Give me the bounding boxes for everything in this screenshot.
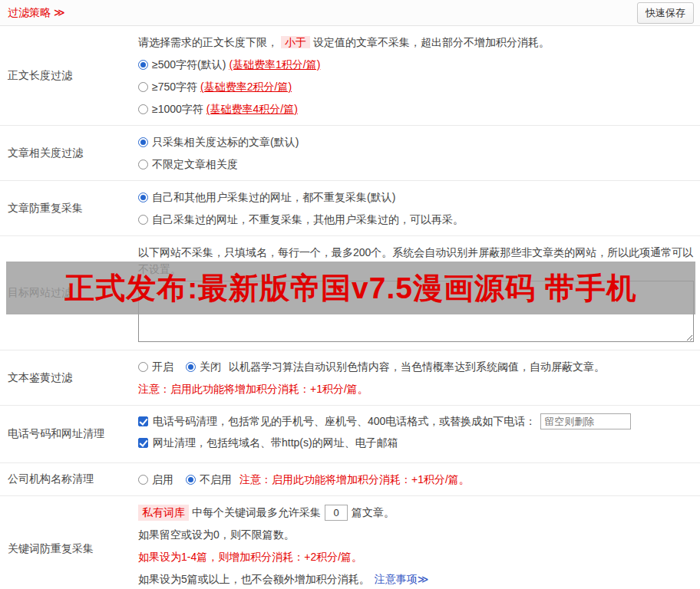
company-clean-cost-note: 注意：启用此功能将增加积分消耗：+1积分/篇。 [239,472,470,487]
radio-icon[interactable] [186,475,196,485]
radio-icon[interactable] [138,137,148,147]
porn-filter-desc: 以机器学习算法自动识别色情内容，当色情概率达到系统阈值，自动屏蔽文章。 [229,359,605,374]
row-label-content-length: 正文长度过滤 [0,26,132,125]
radio-icon[interactable] [138,215,148,225]
row-label-relevance: 文章相关度过滤 [0,126,132,180]
filter-strategy-title[interactable]: 过滤策略 ≫ [8,6,65,20]
option-label: 自己采集过的网址，不重复采集，其他用户采集过的，可以再采。 [152,212,464,227]
radio-option-relevance-any[interactable]: 不限定文章相关度 [138,156,694,172]
keyword-dedup-count-line: 私有词库 中每个关键词最多允许采集 篇文章。 [138,505,694,521]
row-label-porn-filter: 文本鉴黄过滤 [0,350,132,405]
option-label-off[interactable]: 关闭 [200,359,221,374]
count-line-text: 中每个关键词最多允许采集 [192,505,321,521]
intro-highlight: 小于 [281,36,310,48]
ad-banner-text: 正式发布:最新版帝国v7.5漫画源码 带手机 [64,268,637,309]
option-label: ≥750字符 [152,79,197,94]
option-label: 电话号码清理，包括常见的手机号、座机号、400电话格式，或替换成如下电话： [153,413,536,429]
checkbox-option-phone-clean[interactable]: 电话号码清理，包括常见的手机号、座机号、400电话格式，或替换成如下电话： [138,413,694,429]
option-label: 自己和其他用户采集过的网址，都不重复采集(默认) [152,189,395,205]
option-label-disable[interactable]: 不启用 [200,472,232,487]
row-content: 自己和其他用户采集过的网址，都不重复采集(默认) 自己采集过的网址，不重复采集，… [132,181,700,235]
keyword-dedup-note-cost: 如果设为1-4篇，则增加积分消耗：+2积分/篇。 [138,549,694,565]
content-length-intro: 请选择需求的正文长度下限，小于设定值的文章不采集，超出部分不增加积分消耗。 [138,35,694,50]
option-label-enable[interactable]: 启用 [152,472,173,487]
radio-icon[interactable] [138,104,148,114]
fee-note: (基础费率4积分/篇) [206,101,298,117]
radio-icon[interactable] [138,362,148,372]
row-content: 启用 不启用 注意：启用此功能将增加积分消耗：+1积分/篇。 [132,463,700,495]
radio-icon[interactable] [186,362,196,372]
radio-option-dedup-all-users[interactable]: 自己和其他用户采集过的网址，都不重复采集(默认) [138,189,694,205]
max-articles-input[interactable] [325,505,348,521]
option-label-on[interactable]: 开启 [152,359,173,374]
radio-icon[interactable] [138,82,148,92]
intro-text-post: 设定值的文章不采集，超出部分不增加积分消耗。 [313,36,550,48]
row-content: 私有词库 中每个关键词最多允许采集 篇文章。 如果留空或设为0，则不限篇数。 如… [132,496,700,589]
row-porn-filter: 文本鉴黄过滤 开启 关闭 以机器学习算法自动识别色情内容，当色情概率达到系统阈值… [0,350,700,406]
option-label: 网址清理，包括纯域名、带http(s)的网址、电子邮箱 [153,434,398,451]
row-content-length-filter: 正文长度过滤 请选择需求的正文长度下限，小于设定值的文章不采集，超出部分不增加积… [0,26,700,126]
note-free-text: 如果设为5篇或以上，也不会额外增加积分消耗。 [138,573,370,585]
row-content: 请选择需求的正文长度下限，小于设定值的文章不采集，超出部分不增加积分消耗。 ≥5… [132,26,700,125]
row-keyword-dedup: 关键词防重复采集 私有词库 中每个关键词最多允许采集 篇文章。 如果留空或设为0… [0,496,700,589]
option-label: ≥1000字符 [152,101,203,117]
private-lexicon-highlight: 私有词库 [138,505,189,521]
row-company-clean: 公司机构名称清理 启用 不启用 注意：启用此功能将增加积分消耗：+1积分/篇。 [0,463,700,496]
keyword-dedup-note-unlimited: 如果留空或设为0，则不限篇数。 [138,527,694,543]
option-label: 只采集相关度达标的文章(默认) [152,134,299,150]
radio-option-750-chars[interactable]: ≥750字符 (基础费率2积分/篇) [138,79,694,94]
radio-icon[interactable] [138,475,148,485]
option-label: 不限定文章相关度 [152,156,238,172]
checkbox-option-url-clean[interactable]: 网址清理，包括纯域名、带http(s)的网址、电子邮箱 [138,434,694,451]
radio-icon[interactable] [138,160,148,169]
row-phone-url-clean: 电话号码和网址清理 电话号码清理，包括常见的手机号、座机号、400电话格式，或替… [0,406,700,463]
row-content: 开启 关闭 以机器学习算法自动识别色情内容，当色情概率达到系统阈值，自动屏蔽文章… [132,350,700,405]
fee-note: (基础费率2积分/篇) [200,79,292,94]
porn-filter-options: 开启 关闭 以机器学习算法自动识别色情内容，当色情概率达到系统阈值，自动屏蔽文章… [138,359,694,374]
radio-icon[interactable] [138,60,148,70]
row-label-keyword-dedup: 关键词防重复采集 [0,496,132,589]
replacement-phone-input[interactable] [540,413,631,429]
row-relevance-filter: 文章相关度过滤 只采集相关度达标的文章(默认) 不限定文章相关度 [0,126,700,181]
page-header: 过滤策略 ≫ 快速保存 [0,0,700,26]
radio-option-1000-chars[interactable]: ≥1000字符 (基础费率4积分/篇) [138,101,694,117]
radio-icon[interactable] [138,192,148,202]
filter-strategy-page: 过滤策略 ≫ 快速保存 正文长度过滤 请选择需求的正文长度下限，小于设定值的文章… [0,0,700,589]
checkbox-icon[interactable] [138,438,148,448]
radio-option-relevance-strict[interactable]: 只采集相关度达标的文章(默认) [138,134,694,150]
radio-option-500-chars[interactable]: ≥500字符(默认) (基础费率1积分/篇) [138,57,694,72]
row-label-company-clean: 公司机构名称清理 [0,463,132,495]
row-url-dedup-filter: 文章防重复采集 自己和其他用户采集过的网址，都不重复采集(默认) 自己采集过的网… [0,181,700,236]
fee-note: (基础费率1积分/篇) [229,57,320,72]
count-line-suffix: 篇文章。 [352,505,395,521]
row-content: 只采集相关度达标的文章(默认) 不限定文章相关度 [132,126,700,180]
notice-link[interactable]: 注意事项≫ [375,573,429,585]
ad-overlay-banner[interactable]: 正式发布:最新版帝国v7.5漫画源码 带手机 [6,262,695,314]
radio-option-dedup-self-only[interactable]: 自己采集过的网址，不重复采集，其他用户采集过的，可以再采。 [138,212,694,227]
intro-text-pre: 请选择需求的正文长度下限， [138,36,278,48]
option-label: ≥500字符(默认) [152,57,226,72]
checkbox-icon[interactable] [138,416,148,426]
company-clean-options: 启用 不启用 注意：启用此功能将增加积分消耗：+1积分/篇。 [138,472,694,487]
row-content: 电话号码清理，包括常见的手机号、座机号、400电话格式，或替换成如下电话： 网址… [132,406,700,462]
keyword-dedup-note-free: 如果设为5篇或以上，也不会额外增加积分消耗。注意事项≫ [138,571,694,587]
porn-filter-cost-note: 注意：启用此功能将增加积分消耗：+1积分/篇。 [138,381,694,397]
row-label-url-dedup: 文章防重复采集 [0,181,132,235]
quick-save-button[interactable]: 快速保存 [637,2,694,24]
row-label-phone-url-clean: 电话号码和网址清理 [0,406,132,462]
